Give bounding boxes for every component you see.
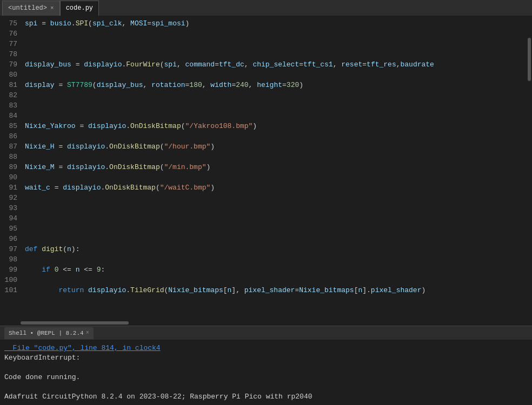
line-89 (25, 306, 527, 316)
line-82: Nixie_M = displayio.OnDiskBitmap("/min.b… (25, 162, 527, 172)
line-75: spi = busio.SPI(spi_clk, MOSI=spi_mosi) (25, 18, 527, 29)
line-84 (25, 203, 527, 213)
h-scrollbar-thumb[interactable] (21, 321, 129, 325)
shell-tab-close[interactable]: × (86, 330, 89, 336)
editor-area: 75 76 77 78 79 80 81 82 83 84 85 86 87 8… (0, 16, 532, 320)
line-87: if 0 <= n <= 9: (25, 265, 527, 275)
code-editor[interactable]: spi = busio.SPI(spi_clk, MOSI=spi_mosi) … (21, 16, 527, 320)
line-numbers: 75 76 77 78 79 80 81 82 83 84 85 86 87 8… (0, 16, 21, 320)
tab-untitled-close[interactable]: × (50, 5, 54, 11)
shell-area: Shell • @REPL | 8.2.4 × File "code.py", … (0, 326, 532, 405)
shell-tab-label: Shell • @REPL | 8.2.4 (9, 330, 84, 336)
line-79 (25, 100, 527, 111)
shell-line-file: File "code.py", line 814, in clock4 (4, 344, 161, 352)
tab-bar: <untitled> × code.py (0, 0, 532, 16)
line-76 (25, 39, 527, 49)
shell-file-link[interactable]: File "code.py", line 814, in clock4 (4, 344, 161, 352)
shell-tab-bar: Shell • @REPL | 8.2.4 × (0, 326, 532, 340)
line-80: Nixie_Yakroo = displayio.OnDiskBitmap("/… (25, 121, 527, 131)
line-86: def digit(n): (25, 244, 527, 254)
shell-content: File "code.py", line 814, in clock4 Keyb… (0, 340, 532, 405)
vertical-scrollbar[interactable] (527, 16, 532, 320)
tab-code-py-label: code.py (66, 4, 93, 12)
shell-line-done: Code done running. (4, 373, 80, 381)
scrollbar-thumb[interactable] (528, 38, 531, 81)
line-78: display = ST7789(display_bus, rotation=1… (25, 80, 527, 90)
shell-tab[interactable]: Shell • @REPL | 8.2.4 × (4, 327, 94, 339)
shell-line-interrupt: KeyboardInterrupt: (4, 354, 80, 362)
line-81: Nixie_H = displayio.OnDiskBitmap("/hour.… (25, 141, 527, 152)
tab-untitled-label: <untitled> (8, 4, 47, 12)
line-83: wait_c = displayio.OnDiskBitmap("/waitC.… (25, 183, 527, 193)
horizontal-scrollbar[interactable] (0, 320, 532, 326)
line-85 (25, 224, 527, 234)
line-77: display_bus = displayio.FourWire(spi, co… (25, 59, 527, 70)
tab-untitled[interactable]: <untitled> × (2, 1, 60, 16)
tab-code-py[interactable]: code.py (60, 1, 99, 16)
line-88: return displayio.TileGrid(Nixie_bitmaps[… (25, 285, 527, 295)
shell-line-version: Adafruit CircuitPython 8.2.4 on 2023-08-… (4, 393, 312, 401)
